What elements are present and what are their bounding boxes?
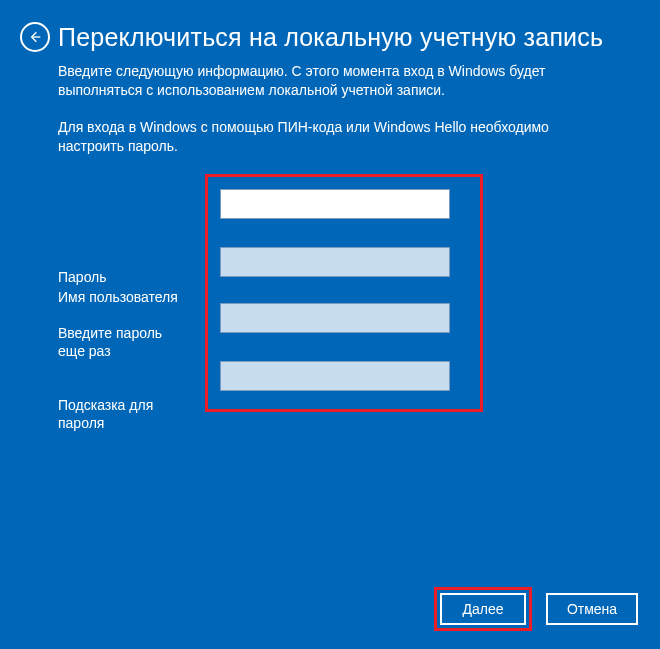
cancel-button[interactable]: Отмена bbox=[546, 593, 638, 625]
password-hint-input[interactable] bbox=[220, 361, 450, 391]
confirm-password-label: Введите пароль еще раз bbox=[58, 318, 198, 360]
content-area: Введите следующую информацию. С этого мо… bbox=[0, 52, 660, 412]
back-button[interactable] bbox=[20, 22, 50, 52]
username-label: Имя пользователя bbox=[58, 288, 205, 306]
footer-buttons: Далее Отмена bbox=[434, 587, 638, 631]
password-label: Пароль bbox=[58, 262, 198, 286]
next-button-highlight: Далее bbox=[434, 587, 532, 631]
password-input[interactable] bbox=[220, 247, 450, 277]
next-button[interactable]: Далее bbox=[440, 593, 526, 625]
row-username: Имя пользователя bbox=[58, 184, 602, 412]
form: Имя пользователя Пароль Введите пароль е… bbox=[58, 184, 602, 412]
intro-text-2: Для входа в Windows с помощью ПИН-кода и… bbox=[58, 118, 602, 156]
arrow-left-icon bbox=[27, 29, 43, 45]
username-input[interactable] bbox=[220, 189, 450, 219]
confirm-password-input[interactable] bbox=[220, 303, 450, 333]
password-hint-label: Подсказка для пароля bbox=[58, 390, 198, 432]
fields-highlight-box bbox=[205, 174, 483, 412]
header: Переключиться на локальную учетную запис… bbox=[0, 0, 660, 52]
page-title: Переключиться на локальную учетную запис… bbox=[58, 23, 603, 52]
intro-text-1: Введите следующую информацию. С этого мо… bbox=[58, 62, 602, 100]
